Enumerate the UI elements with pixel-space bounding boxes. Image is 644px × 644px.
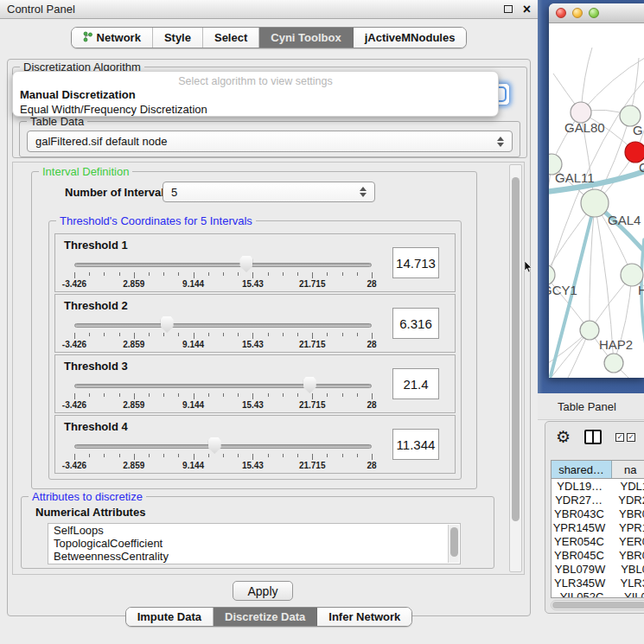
slider-scale-label: 2.859: [123, 279, 144, 289]
cell-name: YLR3: [608, 576, 644, 590]
table-row[interactable]: YPR145WYPR1: [552, 520, 644, 534]
numerical-attributes-heading: Numerical Attributes: [35, 506, 145, 519]
table-data-select[interactable]: galFiltered.sif default node: [27, 131, 513, 152]
column-header-shared-name[interactable]: shared…: [552, 461, 612, 478]
split-columns-icon[interactable]: [584, 430, 602, 444]
network-node-label: HAP2: [599, 337, 633, 352]
slider-scale-label: 28: [367, 279, 376, 289]
threshold-value-field[interactable]: 14.713: [392, 247, 439, 278]
slider-scale-label: -3.426: [62, 340, 86, 349]
network-canvas[interactable]: GAL80GCGAL11GAL4GCY1HHAP2: [549, 23, 644, 378]
network-node-label: GCY1: [549, 283, 577, 297]
table-row[interactable]: YLR345WYLR3: [552, 576, 644, 590]
table-panel-header: Table Panel: [538, 393, 644, 420]
slider-track[interactable]: [74, 384, 372, 388]
slider-thumb[interactable]: [208, 437, 221, 454]
attribute-list-item[interactable]: TopologicalCoefficient: [48, 537, 460, 550]
column-header-name[interactable]: na: [612, 461, 644, 478]
apply-button[interactable]: Apply: [233, 581, 293, 601]
slider-thumb[interactable]: [161, 316, 174, 333]
cell-shared-name: YPR145W: [552, 520, 607, 534]
settings-scroll-panel: Interval Definition Number of Intervals …: [12, 162, 525, 575]
cell-shared-name: YIL052C: [552, 590, 612, 598]
table-row[interactable]: YIL052CYIL0: [552, 590, 644, 598]
algorithm-popup-hint: Select algorithm to view settings: [13, 75, 498, 87]
checkbox-icon: ✓: [615, 433, 624, 442]
threshold-panel: Threshold 3 -3.4262.8599.14415.4321.7152…: [54, 354, 456, 413]
threshold-value-field[interactable]: 6.316: [392, 308, 439, 339]
slider-track[interactable]: [74, 263, 372, 267]
number-of-intervals-select[interactable]: 5: [163, 182, 375, 202]
network-node[interactable]: [581, 189, 609, 217]
network-node-label: C: [639, 160, 644, 175]
table-horizontal-scrollbar[interactable]: [551, 600, 644, 610]
number-of-intervals-label: Number of Intervals: [65, 186, 170, 199]
slider-scale-label: 9.144: [182, 400, 204, 410]
threshold-value-field[interactable]: 21.4: [392, 368, 439, 399]
cell-name: YDR2: [606, 493, 644, 507]
threshold-slider[interactable]: -3.4262.8599.14415.4321.71528: [66, 437, 380, 473]
table-row[interactable]: YER054CYER0: [552, 534, 644, 548]
tab-jactivemnodules[interactable]: jActiveMNodules: [354, 28, 467, 48]
threshold-label: Threshold 2: [64, 299, 128, 312]
cell-name: YBR0: [607, 507, 644, 520]
close-traffic-light[interactable]: [556, 8, 566, 18]
slider-scale-label: 21.715: [299, 461, 326, 470]
threshold-slider[interactable]: -3.4262.8599.14415.4321.71528: [66, 316, 380, 352]
tab-style[interactable]: Style: [153, 28, 203, 48]
tab-cyni-toolbox[interactable]: Cyni Toolbox: [259, 28, 353, 48]
settings-vertical-scrollbar[interactable]: [509, 164, 522, 572]
attributes-list-scrollbar[interactable]: [448, 525, 459, 563]
minimize-traffic-light[interactable]: [572, 8, 583, 18]
bottom-tab-infer-network[interactable]: Infer Network: [317, 608, 411, 626]
algorithm-option[interactable]: Manual Discretization: [13, 87, 498, 102]
slider-scale-label: -3.426: [62, 279, 86, 289]
bottom-tab-discretize-data[interactable]: Discretize Data: [214, 608, 317, 626]
tab-label: Impute Data: [137, 610, 201, 623]
threshold-slider[interactable]: -3.4262.8599.14415.4321.71528: [66, 255, 380, 291]
bottom-tab-impute-data[interactable]: Impute Data: [126, 608, 214, 626]
table-row[interactable]: YDL19…YDL1: [552, 479, 644, 493]
cell-shared-name: YER054C: [552, 534, 607, 548]
algorithm-option[interactable]: Equal Width/Frequency Discretization: [13, 102, 498, 117]
table-row[interactable]: YDR27…YDR2: [552, 493, 644, 507]
tab-network[interactable]: Network: [72, 28, 153, 48]
table-row[interactable]: YBR043CYBR0: [552, 507, 644, 520]
network-window-titlebar: [549, 3, 644, 23]
slider-scale-label: 9.144: [182, 340, 204, 349]
threshold-slider[interactable]: -3.4262.8599.14415.4321.71528: [66, 376, 380, 412]
algorithm-dropdown-popup: Select algorithm to view settings Manual…: [12, 71, 499, 117]
slider-scale-label: 21.715: [299, 279, 326, 289]
threshold-label: Threshold 3: [64, 360, 128, 373]
network-edge: [549, 164, 552, 241]
table-row[interactable]: YBL079WYBL0: [552, 562, 644, 576]
gear-icon[interactable]: ⚙: [556, 429, 571, 445]
attribute-list-item[interactable]: SelfLoops: [48, 524, 460, 537]
interval-definition-title: Interval Definition: [39, 165, 132, 178]
cell-name: YBR0: [607, 548, 644, 562]
slider-track[interactable]: [74, 444, 372, 449]
tab-select[interactable]: Select: [203, 28, 259, 48]
cell-name: YBL0: [609, 562, 644, 576]
network-view-window: GAL80GCGAL11GAL4GCY1HHAP2: [549, 3, 644, 378]
network-node-label: GAL80: [564, 120, 605, 135]
cell-name: YPR1: [607, 520, 644, 534]
attributes-group-title: Attributes to discretize: [29, 490, 146, 503]
cell-shared-name: YLR345W: [552, 576, 608, 590]
network-node-label: G: [633, 123, 643, 137]
zoom-traffic-light[interactable]: [589, 8, 599, 18]
threshold-panel: Threshold 2 -3.4262.8599.14415.4321.7152…: [54, 294, 456, 353]
node-table: shared… na YDL19…YDL1YDR27…YDR2YBR043CYB…: [551, 460, 644, 610]
tab-label: jActiveMNodules: [365, 31, 456, 44]
attribute-list-item[interactable]: BetweennessCentrality: [48, 550, 460, 563]
slider-track[interactable]: [74, 323, 372, 328]
slider-thumb[interactable]: [303, 377, 316, 393]
select-columns-icon[interactable]: ✓ ✓: [615, 433, 635, 442]
network-node[interactable]: [580, 321, 599, 340]
threshold-value-field[interactable]: 11.344: [392, 429, 439, 460]
slider-thumb[interactable]: [239, 256, 252, 272]
network-node[interactable]: [604, 354, 623, 373]
close-icon[interactable]: ×: [523, 5, 531, 14]
table-row[interactable]: YBR045CYBR0: [552, 548, 644, 562]
float-window-icon[interactable]: [504, 5, 513, 13]
